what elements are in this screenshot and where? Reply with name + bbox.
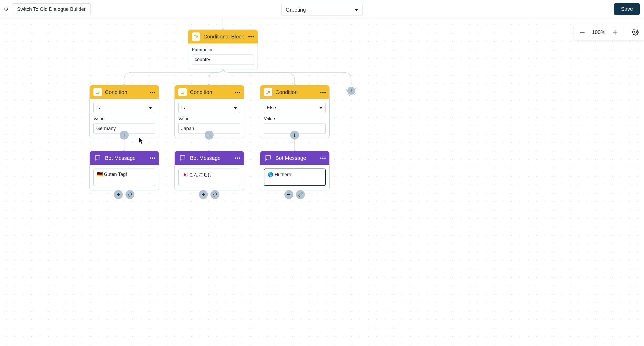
- link-icon: [298, 192, 303, 197]
- toolbar-right: Save: [614, 3, 640, 15]
- add-node-button-3[interactable]: [290, 131, 299, 140]
- svg-rect-26: [208, 135, 211, 135]
- svg-rect-0: [580, 32, 585, 33]
- cursor-icon: [139, 137, 144, 144]
- node-header: Condition: [90, 85, 159, 99]
- svg-rect-2: [615, 30, 616, 34]
- node-title: Bot Message: [105, 155, 147, 161]
- switch-old-builder-button[interactable]: Switch To Old Dialogue Builder: [12, 3, 91, 15]
- dialogue-selector-wrap: Greeting: [281, 4, 363, 16]
- operator-label: Is: [96, 105, 100, 111]
- condition-node-2[interactable]: Condition Is Value: [174, 85, 244, 138]
- plus-icon: [122, 133, 126, 137]
- toolbar: ts Switch To Old Dialogue Builder Greeti…: [0, 0, 644, 18]
- bot-message-input[interactable]: 🇩🇪 Guten Tag!: [93, 169, 155, 186]
- svg-rect-28: [293, 135, 296, 135]
- node-header: Conditional Block: [188, 30, 258, 43]
- conditional-icon: [178, 88, 187, 96]
- chevron-down-icon: [355, 9, 358, 11]
- divider: [625, 27, 625, 37]
- chevron-down-icon: [319, 107, 323, 109]
- node-more-button[interactable]: [320, 157, 326, 159]
- dialogue-select[interactable]: Greeting: [281, 4, 363, 16]
- bot-message-node-1[interactable]: Bot Message 🇩🇪 Guten Tag!: [89, 151, 159, 190]
- bot-message-input[interactable]: 🌎 Hi there!: [264, 169, 326, 186]
- parameter-input[interactable]: [192, 55, 254, 65]
- node-header: Condition: [175, 85, 244, 99]
- node-title: Condition: [105, 89, 147, 95]
- node-more-button[interactable]: [320, 92, 326, 93]
- operator-label: Is: [181, 105, 185, 111]
- parameter-label: Parameter: [192, 47, 254, 52]
- add-node-below-1[interactable]: [114, 190, 123, 199]
- chat-icon: [93, 154, 102, 162]
- link-node-3[interactable]: [296, 190, 305, 199]
- chat-icon: [264, 154, 272, 162]
- conditional-icon: [93, 88, 102, 96]
- chevron-down-icon: [149, 107, 152, 109]
- node-title: Condition: [275, 89, 317, 95]
- node-body: 🇩🇪 Guten Tag!: [90, 165, 159, 190]
- condition-node-3[interactable]: Condition Else Value: [260, 85, 330, 138]
- value-label: Value: [93, 116, 155, 121]
- conditional-block-node[interactable]: Conditional Block Parameter: [188, 29, 258, 69]
- node-body: 🌎 Hi there!: [260, 165, 329, 190]
- plus-icon: [612, 29, 618, 35]
- plus-icon: [287, 192, 291, 197]
- bot-message-node-2[interactable]: Bot Message 🇯🇵 こんにちは！: [174, 151, 244, 190]
- link-node-2[interactable]: [210, 190, 219, 199]
- link-icon: [213, 192, 217, 197]
- add-node-below-3[interactable]: [284, 190, 293, 199]
- node-title: Condition: [190, 89, 232, 95]
- node-header: Bot Message: [175, 151, 244, 165]
- node-more-button[interactable]: [235, 157, 240, 159]
- truncated-nav-label: ts: [4, 6, 8, 12]
- plus-icon: [116, 192, 120, 197]
- node-title: Conditional Block: [203, 34, 245, 40]
- node-more-button[interactable]: [248, 36, 254, 37]
- bot-message-input[interactable]: 🇯🇵 こんにちは！: [178, 169, 240, 186]
- node-more-button[interactable]: [235, 92, 240, 93]
- plus-icon: [349, 89, 353, 93]
- svg-rect-24: [123, 135, 126, 135]
- add-node-below-2[interactable]: [199, 190, 208, 199]
- bot-message-node-3[interactable]: Bot Message 🌎 Hi there!: [260, 151, 330, 190]
- node-more-button[interactable]: [150, 157, 155, 159]
- node-header: Condition: [260, 85, 329, 99]
- save-button[interactable]: Save: [614, 3, 640, 15]
- link-node-1[interactable]: [125, 190, 134, 199]
- add-branch-button[interactable]: [346, 86, 356, 96]
- add-node-button-1[interactable]: [120, 131, 129, 140]
- operator-select[interactable]: Is: [93, 103, 155, 113]
- node-title: Bot Message: [275, 155, 317, 161]
- gear-icon: [632, 29, 639, 36]
- value-label: Value: [178, 116, 240, 121]
- minus-icon: [579, 29, 585, 35]
- flow-canvas[interactable]: 100%: [0, 18, 644, 346]
- settings-button[interactable]: [632, 29, 639, 36]
- node-header: Bot Message: [260, 151, 329, 165]
- conditional-icon: [264, 88, 272, 96]
- link-icon: [128, 192, 132, 197]
- condition-node-1[interactable]: Condition Is Value: [89, 85, 159, 138]
- value-label: Value: [264, 116, 326, 121]
- operator-select[interactable]: Is: [178, 103, 240, 113]
- conditional-icon: [192, 32, 200, 41]
- node-body: 🇯🇵 こんにちは！: [175, 165, 244, 190]
- plus-icon: [207, 133, 211, 137]
- svg-rect-30: [117, 194, 120, 195]
- add-node-button-2[interactable]: [205, 131, 214, 140]
- operator-select[interactable]: Else: [264, 103, 326, 113]
- node-more-button[interactable]: [150, 92, 155, 93]
- svg-rect-22: [350, 91, 353, 91]
- toolbar-left: ts Switch To Old Dialogue Builder: [4, 3, 91, 15]
- zoom-out-button[interactable]: [579, 29, 585, 35]
- node-header: Bot Message: [90, 151, 159, 165]
- svg-rect-32: [202, 194, 205, 195]
- node-title: Bot Message: [190, 155, 232, 161]
- zoom-panel: 100%: [574, 24, 644, 40]
- operator-label: Else: [267, 105, 276, 111]
- dialogue-selected-label: Greeting: [286, 7, 306, 13]
- plus-icon: [201, 192, 205, 197]
- zoom-in-button[interactable]: [612, 29, 618, 35]
